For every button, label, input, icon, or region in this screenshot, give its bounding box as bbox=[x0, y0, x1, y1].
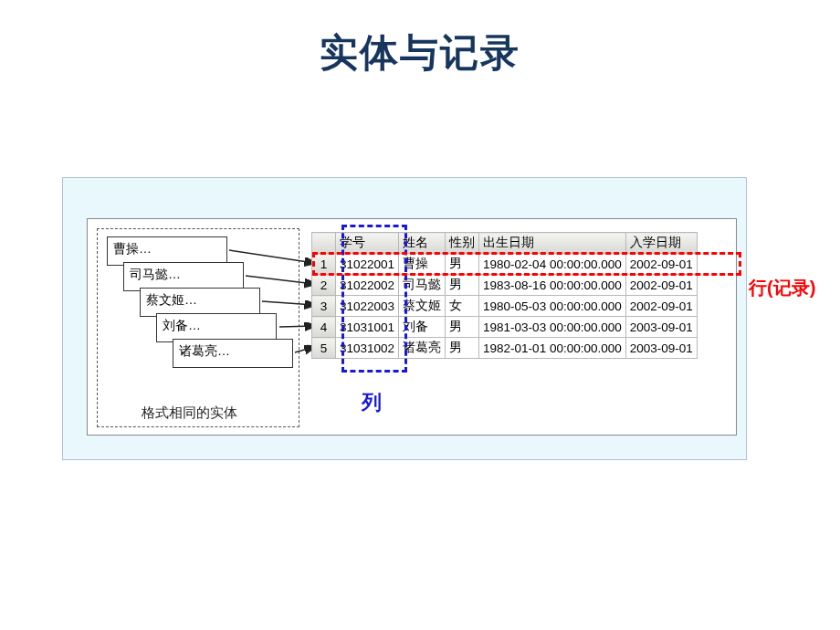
cell-gender: 男 bbox=[446, 254, 479, 275]
table-row: 4 31031001 刘备 男 1981-03-03 00:00:00.000 … bbox=[312, 317, 698, 338]
cell-id: 31031001 bbox=[336, 317, 399, 338]
table-row: 3 31022003 蔡文姬 女 1980-05-03 00:00:00.000… bbox=[312, 296, 698, 317]
row-number: 5 bbox=[312, 338, 336, 359]
cell-enroll: 2002-09-01 bbox=[625, 254, 697, 275]
cell-name: 司马懿 bbox=[399, 275, 446, 296]
cell-id: 31022001 bbox=[336, 254, 399, 275]
table-row: 2 31022002 司马懿 男 1983-08-16 00:00:00.000… bbox=[312, 275, 698, 296]
cell-enroll: 2002-09-01 bbox=[625, 296, 697, 317]
cell-name: 诸葛亮 bbox=[399, 338, 446, 359]
cell-birth: 1980-02-04 00:00:00.000 bbox=[479, 254, 626, 275]
cell-birth: 1982-01-01 00:00:00.000 bbox=[479, 338, 626, 359]
cell-gender: 男 bbox=[446, 338, 479, 359]
cell-birth: 1980-05-03 00:00:00.000 bbox=[479, 296, 626, 317]
cell-name: 蔡文姬 bbox=[399, 296, 446, 317]
table-row: 1 31022001 曹操 男 1980-02-04 00:00:00.000 … bbox=[312, 254, 698, 275]
cell-name: 曹操 bbox=[399, 254, 446, 275]
cell-enroll: 2003-09-01 bbox=[625, 338, 697, 359]
svg-line-3 bbox=[279, 326, 314, 327]
table-header-row: 学号 姓名 性别 出生日期 入学日期 bbox=[312, 233, 698, 254]
cell-name: 刘备 bbox=[399, 317, 446, 338]
cell-enroll: 2002-09-01 bbox=[625, 275, 697, 296]
row-number: 2 bbox=[312, 275, 336, 296]
row-number: 4 bbox=[312, 317, 336, 338]
cell-birth: 1983-08-16 00:00:00.000 bbox=[479, 275, 626, 296]
row-number: 3 bbox=[312, 296, 336, 317]
arrows bbox=[88, 219, 325, 402]
column-label: 列 bbox=[362, 389, 382, 416]
col-header: 性别 bbox=[446, 233, 479, 254]
inner-panel: 曹操… 司马懿… 蔡文姬… 刘备… 诸葛亮… 格式相同的实体 bbox=[87, 218, 737, 436]
row-label: 行(记录) bbox=[749, 276, 815, 300]
col-header: 出生日期 bbox=[479, 233, 626, 254]
cell-id: 31022002 bbox=[336, 275, 399, 296]
cell-enroll: 2003-09-01 bbox=[625, 317, 697, 338]
cell-id: 31022003 bbox=[336, 296, 399, 317]
outer-panel: 曹操… 司马懿… 蔡文姬… 刘备… 诸葛亮… 格式相同的实体 bbox=[62, 177, 747, 460]
svg-line-2 bbox=[262, 301, 314, 305]
row-number: 1 bbox=[312, 254, 336, 275]
records-table: 学号 姓名 性别 出生日期 入学日期 1 31022001 曹操 男 1980-… bbox=[311, 232, 698, 359]
col-header: 姓名 bbox=[399, 233, 446, 254]
table-row: 5 31031002 诸葛亮 男 1982-01-01 00:00:00.000… bbox=[312, 338, 698, 359]
page-title: 实体与记录 bbox=[0, 0, 840, 79]
cell-gender: 男 bbox=[446, 317, 479, 338]
cell-gender: 女 bbox=[446, 296, 479, 317]
corner-cell bbox=[312, 233, 336, 254]
cell-id: 31031002 bbox=[336, 338, 399, 359]
col-header: 学号 bbox=[336, 233, 399, 254]
col-header: 入学日期 bbox=[625, 233, 697, 254]
cell-birth: 1981-03-03 00:00:00.000 bbox=[479, 317, 626, 338]
entity-caption: 格式相同的实体 bbox=[142, 404, 237, 422]
cell-gender: 男 bbox=[446, 275, 479, 296]
svg-line-0 bbox=[229, 250, 314, 263]
svg-line-1 bbox=[246, 276, 314, 284]
